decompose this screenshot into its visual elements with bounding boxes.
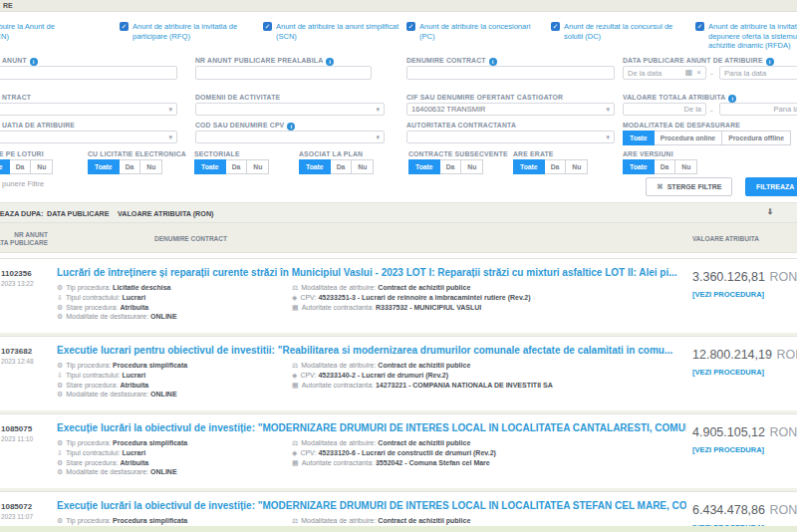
toggle-option-toate[interactable]: Toate	[299, 159, 331, 174]
checkbox-checked-icon[interactable]: ✓	[263, 22, 272, 31]
gear-icon: ⚙	[57, 459, 63, 466]
export-icon[interactable]: ⇩	[767, 207, 773, 216]
gear-icon: ⚙	[57, 362, 63, 369]
toggle-option-nu[interactable]: Nu	[351, 159, 374, 174]
detail-line: ⚙Tip procedura: Procedura simplificata	[57, 438, 288, 448]
toggle-option-da[interactable]: Da	[544, 159, 567, 174]
detail-value: Lucrari	[122, 294, 145, 301]
contract-title-link[interactable]: Lucrări de întreținere și reparații cure…	[57, 267, 686, 278]
toggle-option-toate[interactable]: Toate	[513, 159, 545, 174]
toggle-option-procedura-offline[interactable]: Procedura offline	[721, 131, 791, 145]
detail-line: ⇩Tipul contractului: Lucrari	[57, 371, 288, 381]
toggle-option-nu[interactable]: Nu	[246, 159, 269, 174]
col-data-publicare: DATA PUBLICARE	[0, 239, 48, 246]
announcement-number: 1085072	[1, 502, 51, 511]
tip-contract-select[interactable]: ▾	[0, 103, 177, 116]
notice-type-checkbox[interactable]: ✓Anunt de atribuire la invitatia depuner…	[695, 22, 797, 51]
detail-value: R3337532 - MUNICIPIUL VASLUI	[376, 304, 481, 311]
info-icon[interactable]: i	[728, 95, 736, 103]
checkbox-checked-icon[interactable]: ✓	[695, 22, 704, 31]
detail-label: CPV:	[300, 294, 318, 301]
filtreaza-button[interactable]: FILTREAZA	[745, 177, 797, 196]
toggle-option-nu[interactable]: Nu	[460, 159, 483, 174]
info-icon[interactable]: i	[326, 58, 334, 66]
cpv-icon: ◈	[292, 449, 297, 456]
toggle-option-procedura-online[interactable]: Procedura online	[654, 131, 723, 145]
data-publicare-label: DATA PUBLICARE ANUNT DE ATRIBUIREi	[623, 57, 774, 66]
toggle-option-nu[interactable]: Nu	[565, 159, 588, 174]
valoare-to-input[interactable]: Pana la	[719, 103, 797, 116]
checkbox-checked-icon[interactable]: ✓	[551, 22, 560, 31]
toggle-option-da[interactable]: Da	[654, 159, 676, 174]
hide-filters-link[interactable]: punere Filtre	[2, 179, 44, 188]
sort-option-valoare-atribuita[interactable]: VALOARE ATRIBUITA (RON)	[118, 209, 213, 218]
info-icon[interactable]: i	[766, 58, 774, 66]
info-icon[interactable]: i	[489, 58, 497, 66]
contract-icon: ⇩	[57, 294, 63, 301]
announcement-id-cell: 1102356 2023 13:22	[1, 269, 51, 287]
notice-type-checkbox[interactable]: ✓Anunt de rezultat la concursul de solut…	[551, 22, 690, 41]
trash-icon: ✖	[657, 182, 664, 191]
contract-title-link[interactable]: Execuție lucrări la obiectivul de invest…	[57, 500, 686, 511]
info-icon[interactable]: i	[30, 58, 38, 66]
detail-value: ONLINE	[150, 468, 176, 475]
toggle-option-da[interactable]: Da	[119, 159, 141, 174]
date-from-input[interactable]: De la data▦×	[623, 66, 706, 80]
page-title: RE	[0, 0, 797, 12]
autoritatea-select[interactable]: ▾	[406, 131, 615, 143]
toggle-option-toate[interactable]: Toate	[623, 159, 655, 174]
awarded-value-cell: 3.360.126,81 RON [VEZI PROCEDURA]	[692, 267, 797, 299]
notice-type-checkbox[interactable]: ✓Anunt de atribuire la Anunt de particip…	[0, 22, 83, 41]
bottom-strip	[0, 526, 797, 532]
scales-icon: ⚖	[292, 284, 298, 291]
vezi-procedura-link[interactable]: [VEZI PROCEDURA]	[692, 290, 797, 299]
toggle-option-da[interactable]: Da	[225, 159, 248, 174]
detail-label: Tip procedura:	[66, 439, 113, 446]
notice-type-checkbox[interactable]: ✓Anunt de atribuire la invitatia de part…	[120, 22, 259, 41]
situatia-atribuire-select[interactable]: ▾	[0, 131, 177, 143]
toggle-option-nu[interactable]: Nu	[30, 159, 53, 174]
toggle-option-toate[interactable]: Toate	[0, 159, 10, 174]
toggle-option-nu[interactable]: Nu	[674, 159, 697, 174]
awarded-value: 4.905.105,12	[692, 425, 765, 439]
nr-anunt-prealabila-input[interactable]	[195, 66, 372, 80]
checkbox-checked-icon[interactable]: ✓	[406, 22, 415, 31]
vezi-procedura-link[interactable]: [VEZI PROCEDURA]	[692, 445, 797, 454]
detail-line: ◈CPV: 45233120-6 - Lucrari de constructi…	[292, 448, 641, 458]
notice-type-checkbox[interactable]: ✓Anunt de atribuire la anunt simplificat…	[263, 22, 402, 41]
toggle-option-da[interactable]: Da	[439, 159, 462, 174]
valoare-from-input[interactable]: De la	[623, 103, 706, 116]
date-to-input[interactable]: Pana la data	[719, 66, 797, 80]
toggle-option-toate[interactable]: Toate	[623, 131, 655, 145]
toggle-option-da[interactable]: Da	[330, 159, 353, 174]
detail-line: ▦Autoritate contractanta: R3337532 - MUN…	[292, 303, 641, 313]
toggle-group-label: ARE VERSIUNI	[623, 150, 673, 157]
toggle-option-toate[interactable]: Toate	[194, 159, 226, 174]
detail-line: ▦Autoritate contractanta: 14273221 - COM…	[292, 381, 641, 391]
toggle-option-toate[interactable]: Toate	[88, 159, 120, 174]
calendar-icon[interactable]: ▦	[685, 69, 693, 77]
nr-anunt-input[interactable]	[0, 66, 177, 80]
clear-date-icon[interactable]: ×	[696, 69, 701, 77]
denumire-contract-input[interactable]	[406, 66, 615, 80]
toggle-option-nu[interactable]: Nu	[139, 159, 162, 174]
checkbox-checked-icon[interactable]: ✓	[120, 22, 129, 31]
info-icon[interactable]: i	[287, 123, 295, 131]
detail-label: Tipul contractului:	[66, 372, 123, 379]
domenii-select[interactable]: ▾	[195, 103, 385, 116]
toggle-option-toate[interactable]: Toate	[408, 159, 440, 174]
sort-option-data-publicare[interactable]: DATA PUBLICARE	[47, 209, 110, 218]
cif-ofertant-select[interactable]: 16400632 TRANSMIR▾	[406, 103, 615, 116]
toggle-option-da[interactable]: Da	[9, 159, 32, 174]
detail-label: Tipul contractului:	[66, 449, 123, 456]
toggle-group: ToateDaNu	[299, 159, 373, 174]
cod-cpv-select[interactable]: ▾	[195, 131, 385, 143]
cod-cpv-label: COD SAU DENUMIRE CPVi	[195, 122, 295, 131]
sterge-filtre-button[interactable]: ✖STERGE FILTRE	[646, 177, 732, 196]
contract-title-link[interactable]: Execuție lucrări la obiectivul de invest…	[57, 422, 686, 433]
table-header: NR ANUNT DATA PUBLICARE DENUMIRE CONTRAC…	[0, 223, 797, 253]
contract-title-link[interactable]: Executie lucrari pentru obiectivul de in…	[57, 345, 686, 356]
notice-type-checkbox[interactable]: ✓Anunt de atribuire la concesionari (PC)	[406, 22, 546, 41]
vezi-procedura-link[interactable]: [VEZI PROCEDURA]	[692, 368, 797, 377]
range-dash: -	[710, 106, 713, 115]
